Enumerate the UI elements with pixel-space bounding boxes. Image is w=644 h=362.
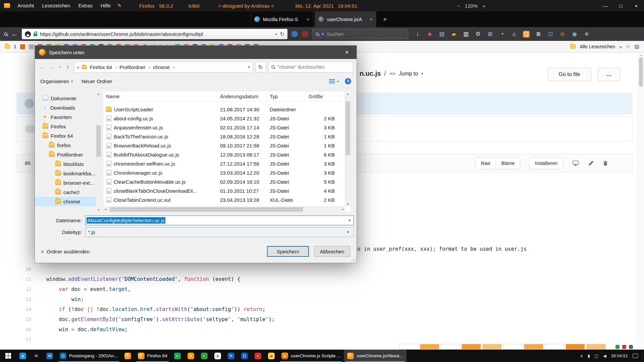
tree-item[interactable]: Profilordner (35, 150, 96, 159)
bookmark-icon[interactable] (29, 44, 34, 49)
taskbar-mail-icon[interactable]: ✉ (30, 350, 43, 362)
home-icon[interactable]: ⌂ (511, 31, 518, 38)
bookmark-folder-icon[interactable] (5, 45, 10, 49)
new-folder-button[interactable]: Neuer Ordner (82, 78, 112, 84)
taskbar-savedialog-app[interactable]: userChrome.js/About... (344, 350, 406, 362)
maximize-button[interactable]: □ (613, 0, 629, 11)
file-row[interactable]: closeBlankTabOnCloseDownloadDi... 01.10.… (103, 186, 351, 195)
desktop-icon[interactable] (572, 160, 579, 167)
action-center-icon[interactable] (633, 354, 638, 358)
hide-folders-button[interactable]: ∧ Ordner ausblenden (41, 249, 90, 254)
battery-icon[interactable]: ▮ (588, 354, 590, 358)
chevron-right-icon[interactable]: › (173, 65, 174, 70)
delete-file-icon[interactable] (603, 160, 608, 166)
reader-icon[interactable]: ≣ (535, 31, 542, 38)
scrollbar-up-icon[interactable]: ▴ (638, 53, 644, 57)
column-header[interactable]: Typ (267, 92, 306, 101)
settings-icon[interactable]: ⚙ (475, 31, 481, 38)
qwant-icon[interactable]: Q (523, 31, 530, 38)
chevron-right-icon[interactable]: › (115, 65, 117, 70)
more-options-button[interactable]: … (598, 68, 620, 81)
tree-item[interactable]: bookmarkba... (35, 169, 96, 178)
menu-item[interactable]: Ansicht (13, 0, 38, 11)
zoom-out-button[interactable]: − (457, 3, 460, 9)
filename-dropdown-icon[interactable]: ▾ (348, 218, 353, 223)
scrollbar-right-icon[interactable]: ▸ (342, 207, 344, 211)
column-header[interactable]: Änderungsdatum (217, 92, 267, 101)
sidebar-icon[interactable]: ▥ (463, 31, 469, 38)
taskbar-outlook-app[interactable]: O Posteingang - 2002An... (56, 350, 121, 362)
scrollbar-left-icon[interactable]: ◂ (105, 207, 106, 211)
extension-button-1[interactable] (291, 31, 298, 37)
save-button[interactable]: Speichern (267, 246, 309, 257)
breadcrumb-segment[interactable]: Firefox 64 › (90, 64, 117, 70)
taskbar-icon-flash[interactable]: ↯ (184, 350, 198, 362)
taskbar-icon-a[interactable]: a (211, 350, 224, 362)
page-scrollbar-thumb[interactable] (639, 57, 643, 87)
tree-item[interactable]: chrome (35, 197, 96, 206)
list-horizontal-scrollbar[interactable]: ◂ ▸ (103, 206, 345, 212)
filename-value[interactable]: AboutConfigMultipleSelection.uc.js (87, 217, 165, 224)
menu-item[interactable]: Hilfe (97, 0, 115, 11)
scrollbar-down-icon[interactable]: ▾ (345, 202, 351, 206)
scrollbar-down-icon[interactable]: ▾ (96, 208, 101, 212)
tab-close-icon[interactable]: × (307, 16, 310, 22)
emoji-icon[interactable]: ☺ (559, 31, 566, 38)
all-bookmarks[interactable]: Alle Lesezeichen (580, 44, 615, 49)
tv-icon[interactable]: ⊡ (547, 31, 554, 38)
bookmark-label[interactable]: 1 (14, 44, 16, 49)
tree-item[interactable]: Downloads (35, 103, 96, 112)
search-icon[interactable] (4, 33, 7, 36)
taskbar-icon-d[interactable]: D (238, 350, 251, 362)
new-tab-button[interactable]: + (378, 11, 392, 27)
overflow-icon[interactable]: » (619, 44, 622, 50)
file-row[interactable]: UserScriptLoader 21.08.2017 14:30 Dateio… (103, 105, 351, 114)
panel-icon[interactable]: ▤ (635, 44, 639, 50)
breadcrumb-file-fragment[interactable]: n.uc.js (360, 70, 381, 77)
organize-button[interactable]: Organisieren ▾ (40, 78, 73, 84)
install-button[interactable]: Installieren (529, 157, 563, 169)
dialog-search-box[interactable]: "chrome" durchsuchen (268, 62, 353, 72)
filetype-select[interactable]: *.js ▾ (85, 227, 354, 237)
filename-input[interactable]: AboutConfigMultipleSelection.uc.js ▾ (85, 216, 354, 225)
url-dropdown-icon[interactable]: ▾ (275, 32, 277, 37)
back-button[interactable]: ← (11, 31, 18, 38)
scrollbar-up-icon[interactable]: ▴ (345, 92, 351, 96)
taskbar-userchromejs-app[interactable]: ▲ userChrome.js Scripte ... (278, 350, 344, 362)
menu-item[interactable]: Extras (74, 0, 97, 11)
column-header[interactable]: Größe (306, 92, 339, 101)
tree-item[interactable]: firefox (35, 140, 96, 150)
list-scrollbar-thumb[interactable] (345, 102, 350, 155)
tree-item[interactable]: Firefox (35, 122, 96, 131)
zoom-in-button[interactable]: + (482, 3, 485, 9)
show-desktop-button[interactable] (642, 350, 644, 362)
tree-item[interactable]: Firefox 64 (35, 131, 96, 140)
taskbar-icon-red[interactable]: ▪ (251, 350, 265, 362)
breadcrumb-segment-label[interactable]: chrome (153, 64, 170, 70)
resize-grip[interactable] (351, 257, 356, 262)
raw-button[interactable]: Raw (475, 157, 496, 169)
history-dropdown-icon[interactable]: ▾ (58, 65, 62, 69)
menu-item[interactable]: Lesezeichen (38, 0, 74, 11)
tree-item[interactable]: browser-ext... (35, 178, 96, 187)
dialog-title-bar[interactable]: Speichern unter × (35, 46, 357, 59)
file-row[interactable]: Chronikmanager.uc.js 23.03.2014 12:20 JS… (103, 168, 351, 177)
apps-grid-icon[interactable]: ⊞ (487, 31, 493, 38)
file-row[interactable]: chromeordner-oeffnen.uc.js 27.12.2014 17… (103, 159, 351, 168)
dialog-up-button[interactable]: ↑ (64, 64, 71, 71)
tree-scrollbar-thumb[interactable] (96, 125, 101, 157)
breadcrumb-segment[interactable]: chrome › (153, 64, 174, 70)
taskbar-clock[interactable]: 16:04:51 (611, 353, 628, 358)
extension-button-2[interactable] (302, 31, 308, 37)
volume-icon[interactable]: ◀ (603, 354, 606, 358)
view-mode-button[interactable]: ▾ (329, 79, 339, 84)
tree-item[interactable]: Dokumente (35, 94, 96, 103)
url-bar[interactable]: https://github.com/ardiman/userChrome.js… (22, 29, 287, 39)
tree-item[interactable]: cache2 (35, 187, 96, 197)
taskbar-firefox-app[interactable]: Firefox 64 (135, 350, 171, 362)
history-icon[interactable]: ◔ (499, 31, 505, 38)
library-icon[interactable]: ▤ (438, 31, 445, 38)
start-button[interactable] (0, 350, 16, 362)
taskbar-explorer-icon[interactable]: ▰ (265, 350, 278, 362)
browser-tab[interactable]: Mozilla Firefox-S × (251, 11, 313, 27)
